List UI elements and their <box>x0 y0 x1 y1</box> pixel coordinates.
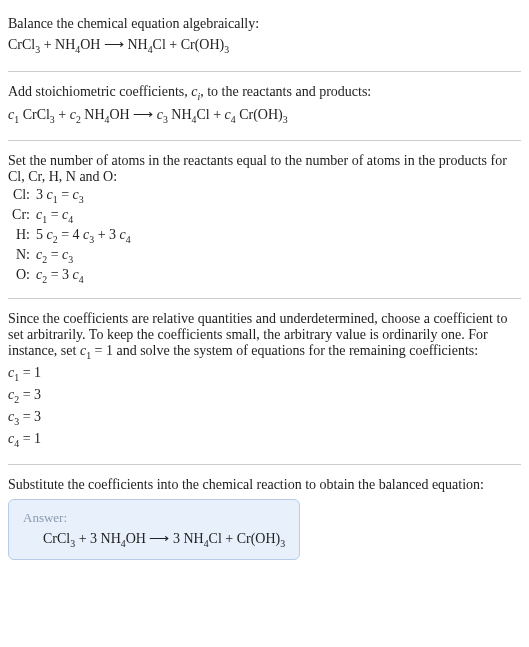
set-atoms-text: Set the number of atoms in the reactants… <box>8 153 521 185</box>
atom-eq-row: H: 5 c2 = 4 c3 + 3 c4 <box>8 227 521 245</box>
element-equation: 5 c2 = 4 c3 + 3 c4 <box>36 227 131 245</box>
divider <box>8 140 521 141</box>
answer-equation: CrCl3 + 3 NH4OH ⟶ 3 NH4Cl + Cr(OH)3 <box>23 530 285 549</box>
element-equation: c1 = c4 <box>36 207 73 225</box>
divider <box>8 71 521 72</box>
solution-line: c2 = 3 <box>8 387 521 405</box>
element-label: N: <box>8 247 36 263</box>
underdetermined-text: Since the coefficients are relative quan… <box>8 311 521 361</box>
element-equation: c2 = c3 <box>36 247 73 265</box>
answer-box: Answer: CrCl3 + 3 NH4OH ⟶ 3 NH4Cl + Cr(O… <box>8 499 300 560</box>
atom-eq-row: Cl: 3 c1 = c3 <box>8 187 521 205</box>
element-label: Cl: <box>8 187 36 203</box>
intro-text: Balance the chemical equation algebraica… <box>8 16 521 32</box>
answer-section: Substitute the coefficients into the che… <box>8 469 521 568</box>
atom-eq-row: O: c2 = 3 c4 <box>8 267 521 285</box>
element-label: O: <box>8 267 36 283</box>
divider <box>8 298 521 299</box>
intro-section: Balance the chemical equation algebraica… <box>8 8 521 67</box>
substitute-text: Substitute the coefficients into the che… <box>8 477 521 493</box>
underdetermined-section: Since the coefficients are relative quan… <box>8 303 521 460</box>
solution-line: c3 = 3 <box>8 409 521 427</box>
element-equation: 3 c1 = c3 <box>36 187 84 205</box>
element-equation: c2 = 3 c4 <box>36 267 84 285</box>
element-label: H: <box>8 227 36 243</box>
element-label: Cr: <box>8 207 36 223</box>
unbalanced-equation: CrCl3 + NH4OH ⟶ NH4Cl + Cr(OH)3 <box>8 36 521 55</box>
atom-balance-section: Set the number of atoms in the reactants… <box>8 145 521 294</box>
stoich-section: Add stoichiometric coefficients, ci, to … <box>8 76 521 137</box>
solution-line: c1 = 1 <box>8 365 521 383</box>
stoich-text: Add stoichiometric coefficients, ci, to … <box>8 84 521 102</box>
answer-label: Answer: <box>23 510 285 526</box>
atom-eq-row: N: c2 = c3 <box>8 247 521 265</box>
atom-eq-row: Cr: c1 = c4 <box>8 207 521 225</box>
equation-with-coeffs: c1 CrCl3 + c2 NH4OH ⟶ c3 NH4Cl + c4 Cr(O… <box>8 106 521 125</box>
divider <box>8 464 521 465</box>
solution-line: c4 = 1 <box>8 431 521 449</box>
